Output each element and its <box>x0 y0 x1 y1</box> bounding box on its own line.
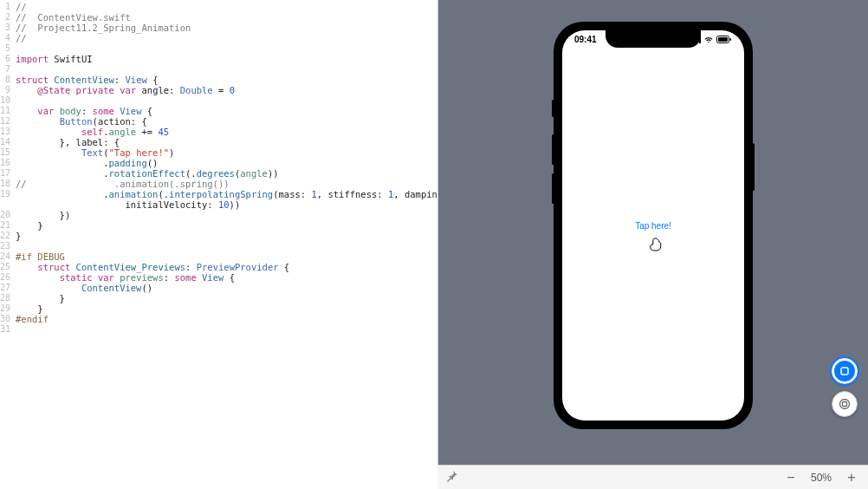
preview-pane: 09:41 Tap here! <box>437 0 868 489</box>
zoom-in-button[interactable]: + <box>844 470 859 486</box>
preview-toolbar: − 50% + <box>437 465 868 489</box>
svg-rect-1 <box>718 37 728 42</box>
device-screen: 09:41 Tap here! <box>562 30 744 421</box>
svg-rect-5 <box>843 402 847 407</box>
cursor-icon <box>650 238 662 254</box>
code-editor[interactable]: 1234567891011121314151617181920212223242… <box>0 0 437 489</box>
device-frame: 09:41 Tap here! <box>554 22 753 429</box>
tap-here-button[interactable]: Tap here! <box>635 221 671 231</box>
code-content[interactable]: //// ContentView.swift// Project11.2_Spr… <box>16 2 476 489</box>
wifi-icon <box>703 36 714 43</box>
status-time: 09:41 <box>574 35 597 44</box>
device-settings-button[interactable] <box>832 391 858 417</box>
line-number-gutter: 1234567891011121314151617181920212223242… <box>0 2 16 489</box>
pin-icon[interactable] <box>446 470 458 485</box>
svg-rect-2 <box>730 38 732 41</box>
zoom-out-button[interactable]: − <box>783 470 799 486</box>
preview-canvas[interactable]: 09:41 Tap here! <box>438 0 868 465</box>
live-preview-button[interactable] <box>832 358 858 384</box>
zoom-level[interactable]: 50% <box>811 472 832 484</box>
svg-point-4 <box>840 400 850 409</box>
battery-icon <box>716 36 732 43</box>
svg-rect-3 <box>841 368 848 375</box>
device-notch <box>606 30 701 48</box>
